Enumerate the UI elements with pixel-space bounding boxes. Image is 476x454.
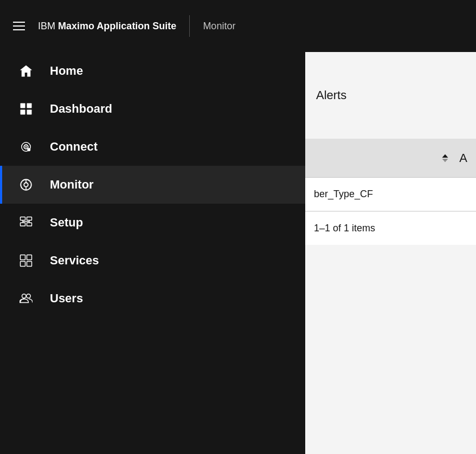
svg-point-7 [25,146,27,148]
sidebar-item-users[interactable]: Users [0,280,305,317]
svg-rect-3 [27,110,32,115]
pagination-section: 1–1 of 1 items [305,211,476,245]
svg-rect-13 [27,217,32,220]
svg-rect-14 [21,223,25,226]
sidebar-item-setup[interactable]: Setup [0,204,305,242]
sidebar-item-home[interactable]: Home [0,52,305,90]
sidebar-item-users-label: Users [50,291,83,306]
main-content: Alerts A ber_Type_CF 1–1 of 1 items [305,52,476,454]
svg-rect-2 [21,110,25,115]
svg-rect-22 [27,262,32,267]
sidebar-item-home-label: Home [50,64,83,78]
svg-rect-21 [21,262,25,267]
pagination-text: 1–1 of 1 items [314,223,375,234]
sidebar-item-monitor[interactable]: Monitor [0,166,305,204]
sidebar-nav: Home Dashboard Connect [0,52,305,454]
app-header: IBM Maximo Application Suite Monitor [0,0,476,52]
hamburger-line-2 [13,25,25,27]
svg-point-6 [27,148,30,151]
data-row-text: ber_Type_CF [314,189,373,199]
hamburger-line-3 [13,29,25,30]
users-icon [17,290,35,307]
toolbar-a-label: A [459,151,467,165]
brand-name: Maximo Application Suite [58,21,176,31]
data-row-section: ber_Type_CF [305,178,476,211]
sort-ascending-button[interactable] [435,148,455,168]
menu-button[interactable] [13,22,25,30]
home-icon [17,62,35,80]
services-icon [17,252,35,269]
header-divider [189,15,190,37]
sidebar-item-services-label: Services [50,254,99,268]
svg-point-9 [24,183,28,187]
alerts-label: Alerts [316,88,346,102]
svg-rect-19 [21,255,25,260]
sidebar-item-connect-label: Connect [50,140,98,154]
sidebar-item-dashboard-label: Dashboard [50,102,112,116]
toolbar-section: A [305,139,476,177]
header-module: Monitor [203,21,235,32]
svg-rect-1 [27,103,32,108]
setup-icon [17,214,35,231]
svg-rect-12 [21,217,25,220]
sidebar-item-services[interactable]: Services [0,242,305,280]
sidebar-item-monitor-label: Monitor [50,178,94,192]
header-brand: IBM Maximo Application Suite [38,21,176,32]
svg-rect-20 [27,255,32,260]
brand-ibm: IBM [38,21,58,31]
dashboard-icon [17,100,35,118]
sidebar-item-connect[interactable]: Connect [0,128,305,166]
monitor-icon [17,176,35,193]
svg-rect-15 [27,223,32,226]
connect-icon [17,138,35,155]
hamburger-line-1 [13,22,25,23]
alerts-section: Alerts [305,52,476,139]
svg-point-24 [27,294,31,299]
sidebar-item-dashboard[interactable]: Dashboard [0,90,305,128]
svg-rect-0 [21,103,25,108]
sidebar-item-setup-label: Setup [50,216,83,230]
svg-point-23 [22,294,27,299]
